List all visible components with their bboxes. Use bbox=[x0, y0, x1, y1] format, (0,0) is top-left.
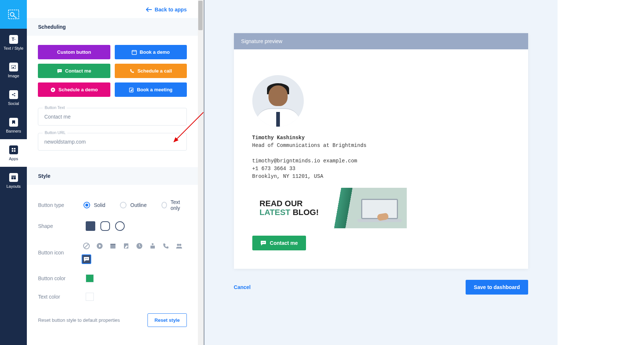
shape-circle[interactable] bbox=[115, 221, 125, 231]
icon-play[interactable] bbox=[95, 241, 104, 251]
nav-label: Banners bbox=[6, 129, 21, 133]
back-label: Back to apps bbox=[155, 7, 187, 13]
svg-rect-17 bbox=[132, 50, 136, 54]
nav-label: Social bbox=[8, 101, 19, 106]
config-panel: Back to apps Scheduling Custom button Bo… bbox=[27, 0, 203, 345]
book-demo-button[interactable]: Book a demo bbox=[115, 45, 187, 59]
phone-icon bbox=[129, 68, 135, 74]
contact-me-button[interactable]: Contact me bbox=[38, 64, 110, 78]
calendar-icon bbox=[132, 50, 137, 55]
svg-point-4 bbox=[14, 66, 15, 67]
radio-icon bbox=[161, 202, 167, 208]
cancel-link[interactable]: Cancel bbox=[234, 284, 251, 290]
back-to-apps-link[interactable]: Back to apps bbox=[27, 0, 198, 18]
nav-label: Image bbox=[8, 74, 19, 78]
svg-point-45 bbox=[263, 242, 264, 243]
radio-text-only[interactable]: Text only bbox=[161, 199, 187, 211]
svg-rect-13 bbox=[14, 150, 15, 152]
svg-point-41 bbox=[87, 258, 88, 259]
nav-label: Apps bbox=[9, 156, 18, 161]
svg-line-28 bbox=[85, 244, 88, 248]
nav-social[interactable]: Social bbox=[0, 84, 27, 112]
play-icon bbox=[50, 87, 56, 92]
svg-marker-3 bbox=[12, 67, 14, 68]
blog-banner[interactable]: READ OUR LATEST BLOG! bbox=[252, 188, 407, 228]
icon-none[interactable] bbox=[82, 241, 91, 251]
share-icon bbox=[9, 90, 18, 99]
schedule-call-button[interactable]: Schedule a call bbox=[115, 64, 187, 78]
avatar bbox=[252, 75, 304, 127]
signature-text: Timothy Kashinsky Head of Communications… bbox=[252, 134, 510, 180]
signature-name: Timothy Kashinsky bbox=[252, 134, 510, 142]
right-margin bbox=[558, 0, 644, 345]
note-icon bbox=[129, 87, 134, 92]
schedule-demo-button[interactable]: Schedule a demo bbox=[38, 82, 110, 97]
icon-present[interactable] bbox=[148, 241, 157, 251]
svg-point-23 bbox=[60, 70, 61, 71]
button-text-input[interactable] bbox=[44, 114, 180, 120]
shape-square[interactable] bbox=[86, 221, 95, 231]
preview-pane: Signature preview Timothy Kashinsky Head… bbox=[204, 0, 558, 345]
reset-description: Reset button style to default properties bbox=[38, 317, 120, 323]
radio-icon bbox=[120, 202, 127, 208]
svg-point-39 bbox=[85, 258, 86, 259]
image-icon bbox=[9, 63, 18, 71]
chat-icon bbox=[57, 68, 62, 74]
svg-rect-36 bbox=[150, 246, 155, 249]
icon-chat[interactable] bbox=[82, 254, 91, 264]
svg-rect-12 bbox=[12, 150, 13, 152]
svg-rect-10 bbox=[12, 148, 13, 149]
svg-point-38 bbox=[179, 244, 181, 246]
radio-solid[interactable]: Solid bbox=[83, 199, 105, 211]
custom-button[interactable]: Custom button bbox=[38, 45, 110, 59]
button-url-input[interactable] bbox=[44, 139, 180, 145]
icon-note[interactable] bbox=[121, 241, 131, 251]
button-url-field[interactable]: Button URL bbox=[38, 133, 186, 151]
logo[interactable] bbox=[0, 0, 27, 29]
icon-clock[interactable] bbox=[135, 241, 144, 251]
preview-card: Signature preview Timothy Kashinsky Head… bbox=[234, 33, 528, 269]
button-color-swatch[interactable] bbox=[86, 274, 94, 282]
preview-header: Signature preview bbox=[234, 33, 528, 49]
arrow-left-icon bbox=[146, 7, 152, 12]
save-to-dashboard-button[interactable]: Save to dashboard bbox=[466, 280, 528, 295]
scrollbar[interactable] bbox=[198, 0, 204, 345]
reset-style-button[interactable]: Reset style bbox=[147, 313, 187, 327]
field-label: Button Text bbox=[43, 105, 67, 110]
nav-banners[interactable]: Banners bbox=[0, 112, 27, 139]
nav-label: Text / Style bbox=[4, 46, 24, 50]
svg-rect-32 bbox=[110, 244, 115, 245]
bookmark-icon bbox=[9, 118, 18, 127]
svg-rect-2 bbox=[11, 65, 16, 69]
signature-cta-button[interactable]: Contact me bbox=[252, 236, 306, 250]
section-scheduling-title: Scheduling bbox=[27, 18, 198, 36]
svg-point-1 bbox=[10, 13, 14, 16]
nav-image[interactable]: Image bbox=[0, 56, 27, 84]
svg-line-8 bbox=[13, 94, 14, 94]
banner-text: READ OUR LATEST BLOG! bbox=[260, 199, 319, 217]
svg-rect-15 bbox=[11, 177, 13, 179]
signature-phone: +1 673 3664 33 bbox=[252, 165, 510, 173]
layouts-icon bbox=[9, 173, 18, 182]
text-color-swatch[interactable] bbox=[86, 293, 94, 301]
nav-text-style[interactable]: T• Text / Style bbox=[0, 29, 27, 56]
icon-calendar[interactable] bbox=[108, 241, 118, 251]
radio-outline[interactable]: Outline bbox=[120, 199, 146, 211]
svg-rect-16 bbox=[14, 177, 16, 179]
icon-people[interactable] bbox=[174, 241, 184, 251]
chat-icon bbox=[260, 240, 266, 246]
svg-rect-14 bbox=[11, 176, 16, 177]
sidebar: T• Text / Style Image Social Banners A bbox=[0, 0, 27, 345]
icon-phone[interactable] bbox=[161, 241, 171, 251]
section-style-title: Style bbox=[27, 167, 198, 185]
nav-label: Layouts bbox=[6, 184, 21, 189]
signature-email2: example.com bbox=[323, 158, 357, 164]
scrollbar-thumb[interactable] bbox=[198, 1, 203, 30]
book-meeting-button[interactable]: Book a meeting bbox=[115, 82, 187, 97]
button-type-label: Button type bbox=[38, 202, 83, 208]
nav-apps[interactable]: Apps bbox=[0, 139, 27, 167]
nav-layouts[interactable]: Layouts bbox=[0, 167, 27, 194]
signature-email1: timothy@brigntminds.io bbox=[252, 158, 320, 164]
shape-rounded[interactable] bbox=[100, 221, 110, 231]
button-text-field[interactable]: Button Text bbox=[38, 108, 186, 126]
